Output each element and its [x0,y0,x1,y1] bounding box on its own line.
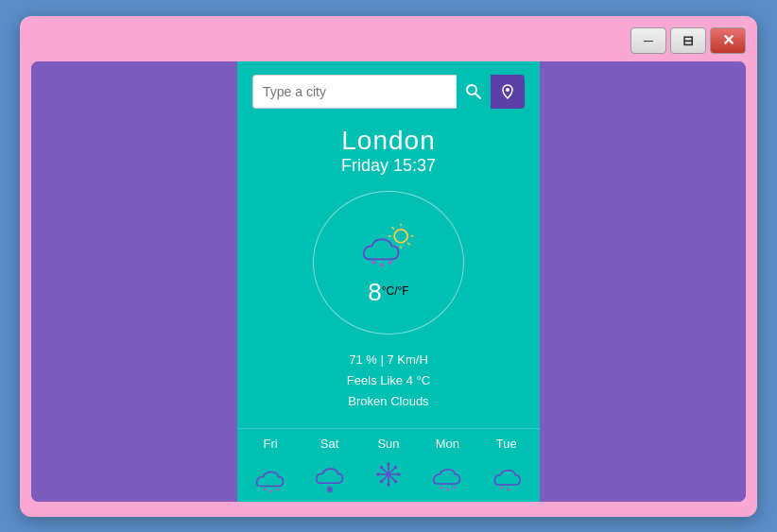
right-panel [540,61,746,502]
forecast-day-sat: Sat [320,437,339,451]
svg-line-8 [392,227,395,230]
search-button[interactable] [457,75,491,109]
left-panel [31,61,237,502]
temp-value: 8 [368,278,381,306]
svg-point-29 [394,479,397,482]
minimize-button[interactable]: ─ [630,27,666,54]
forecast-icon-mon [427,455,467,494]
close-button[interactable]: ✕ [710,27,746,54]
forecast-icon-sun [369,455,408,494]
description: Broken Clouds [347,391,430,412]
forecast-icon-tue [487,455,527,494]
svg-point-2 [506,88,509,92]
search-icon [466,84,481,99]
svg-point-26 [376,472,379,475]
forecast-day-sun: Sun [377,437,399,451]
location-button[interactable] [491,75,525,109]
window-content: London Friday 15:37 [31,61,746,502]
forecast-day-tue: Tue [496,437,517,451]
svg-point-14 [270,489,273,492]
svg-point-12 [388,261,392,265]
maximize-button[interactable]: ⊟ [670,27,706,54]
temp-unit: °C/°F [382,284,409,298]
svg-point-15 [276,488,279,490]
city-name: London [341,126,435,156]
svg-point-3 [394,230,407,243]
forecast-icon-fri [250,455,290,494]
search-input[interactable] [252,75,457,109]
svg-point-34 [454,487,457,489]
city-datetime: Friday 15:37 [341,156,436,176]
forecast-sat: Sat [310,437,350,494]
title-bar: ─ ⊟ ✕ [31,27,746,54]
forecast-day-fri: Fri [264,437,278,451]
forecast-day-mon: Mon [436,437,459,451]
svg-point-24 [387,462,389,465]
weather-circle: 8°C/°F [313,191,464,335]
svg-line-1 [475,94,480,98]
forecast-tue: Tue [487,437,527,494]
location-icon [500,84,515,99]
forecast-sun: Sun [369,437,408,494]
forecast-row: Fri Sat [237,428,540,502]
weather-stats: 71 % | 7 Km/H Feels Like 4 °C Broken Clo… [347,350,430,412]
forecast-fri: Fri [250,437,290,494]
forecast-icon-sat [310,455,350,494]
search-bar [252,75,525,109]
svg-point-30 [394,465,397,468]
svg-line-9 [407,243,410,246]
main-weather-icon [355,218,422,270]
forecast-mon: Mon [427,437,467,494]
svg-point-36 [507,488,509,490]
svg-point-25 [387,483,389,486]
humidity-wind: 71 % | 7 Km/H [347,350,430,370]
svg-point-11 [380,263,384,266]
svg-point-33 [447,488,450,490]
window-frame: ─ ⊟ ✕ [20,16,757,517]
svg-point-28 [380,465,383,468]
temperature-display: 8°C/°F [368,278,408,307]
svg-point-35 [500,487,503,489]
svg-point-27 [397,472,400,475]
main-card: London Friday 15:37 [237,61,540,502]
svg-point-31 [380,479,383,482]
svg-point-13 [264,488,267,490]
svg-point-32 [440,487,443,489]
feels-like: Feels Like 4 °C [347,370,430,391]
svg-point-10 [372,261,376,265]
